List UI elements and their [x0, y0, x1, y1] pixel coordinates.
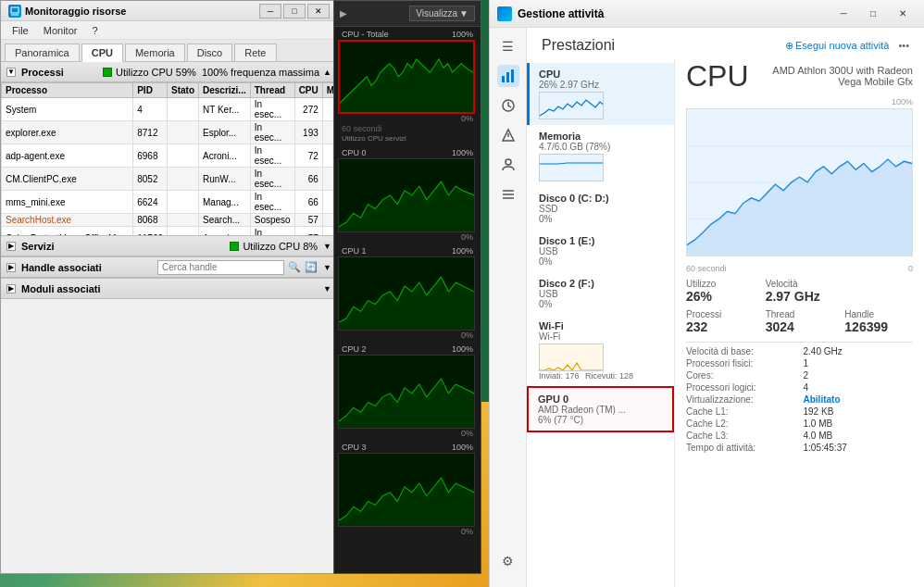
svg-rect-9 [511, 69, 514, 82]
table-cell: 57 [294, 214, 322, 227]
tab-disco[interactable]: Disco [187, 44, 233, 61]
handle-toggle[interactable]: ▶ [6, 263, 16, 272]
perf-item-disk0[interactable]: Disco 0 (C: D:) SSD 0% [527, 187, 674, 230]
cpu3-container: CPU 3 100% 0% [334, 440, 481, 538]
sidebar-icon-menu[interactable]: ☰ [497, 35, 519, 57]
menu-monitor[interactable]: Monitor [38, 23, 83, 38]
col-cpu[interactable]: CPU [294, 83, 322, 98]
perf-item-gpu0-title: GPU 0 [538, 393, 663, 405]
perf-item-gpu0[interactable]: GPU 0 AMD Radeon (TM) ... 6% (77 °C) [527, 386, 674, 432]
tab-cpu[interactable]: CPU [81, 44, 123, 62]
handle-search-input[interactable] [157, 260, 284, 275]
svg-rect-0 [11, 7, 19, 13]
tm-minimize-button[interactable]: ─ [830, 5, 857, 23]
processes-toggle[interactable]: ▼ [6, 68, 16, 77]
tab-panoramica[interactable]: Panoramica [5, 44, 80, 61]
menu-help[interactable]: ? [86, 23, 103, 38]
col-desc[interactable]: Descrizi... [199, 83, 251, 98]
tm-close-button[interactable]: ✕ [889, 5, 917, 23]
cpu-total-label: CPU - Totale [342, 30, 389, 39]
cpu0-label: CPU 0 [342, 148, 367, 157]
sidebar-icon-history[interactable] [497, 94, 519, 117]
process-table-container[interactable]: Processo PID Stato Descrizi... Thread CP… [1, 82, 337, 235]
time-label: 60 secondi [338, 123, 477, 134]
sidebar-icon-perf[interactable] [497, 65, 519, 87]
info-l1-label: Cache L1: [686, 406, 796, 417]
table-cell [168, 121, 199, 144]
handle-label: Handle associati [21, 262, 152, 273]
tm-restore-button[interactable]: □ [859, 5, 887, 23]
table-row[interactable]: adp-agent.exe6968Acroni...In esec...720.… [2, 144, 338, 168]
perf-item-disk2-title: Disco 2 (F:) [539, 278, 665, 289]
col-processo[interactable]: Processo [2, 83, 133, 98]
cpu-total-graph [338, 40, 475, 114]
minimize-button[interactable]: ─ [259, 4, 281, 19]
refresh-icon[interactable]: 🔄 [305, 261, 318, 273]
perf-item-wifi[interactable]: Wi-Fi Wi-Fi Inviati: 176 Ricevuti: 128 [527, 315, 674, 386]
stat-thread-value: 3024 [766, 319, 834, 334]
tm-title: Gestione attività [518, 7, 604, 20]
chart-x-right: 0 [908, 264, 913, 273]
col-thread[interactable]: Thread [250, 83, 294, 98]
perf-item-disk1[interactable]: Disco 1 (E:) USB 0% [527, 230, 674, 272]
stat-velocita-label: Velocità [766, 279, 834, 289]
perf-item-memory[interactable]: Memoria 4.7/6.0 GB (78%) [527, 125, 674, 187]
table-cell: 6624 [133, 191, 168, 214]
services-toggle[interactable]: ▶ [6, 242, 16, 251]
modules-chevron[interactable]: ▼ [323, 284, 331, 294]
sidebar-icon-users[interactable] [497, 154, 519, 176]
sidebar-icon-startup[interactable] [497, 124, 519, 146]
table-cell: SearchHost.exe [2, 214, 133, 227]
menu-file[interactable]: File [6, 23, 34, 38]
sidebar-icon-details[interactable] [497, 183, 519, 206]
sidebar-icon-settings[interactable]: ⚙ [497, 550, 519, 572]
info-proc-log-value: 4 [804, 382, 914, 393]
perf-item-cpu[interactable]: CPU 26% 2.97 GHz [527, 63, 674, 125]
col-stato[interactable]: Stato [168, 83, 199, 98]
new-task-label: Esegui nuova attività [795, 40, 890, 51]
cpu2-graph [338, 355, 475, 429]
chart-x-left: 60 secondi [686, 264, 727, 273]
view-label: Visualizza [416, 8, 457, 19]
table-cell: 11760 [133, 227, 168, 236]
search-icon[interactable]: 🔍 [288, 261, 301, 273]
restore-button[interactable]: □ [283, 4, 306, 19]
table-cell [168, 144, 199, 168]
tab-memoria[interactable]: Memoria [125, 44, 185, 61]
table-cell [168, 191, 199, 214]
tab-rete[interactable]: Rete [234, 44, 276, 61]
tm-left-panel[interactable]: CPU 26% 2.97 GHz Memoria 4.7/6.0 GB (78% [527, 59, 675, 587]
perf-item-disk2[interactable]: Disco 2 (F:) USB 0% [527, 272, 674, 315]
cpu3-bottom-pct: 0% [338, 527, 477, 536]
modules-toggle[interactable]: ▶ [6, 284, 16, 294]
graph-expand-icon[interactable]: ▶ [340, 8, 347, 19]
col-pid[interactable]: PID [133, 83, 168, 98]
services-label-graph: Utilizzo CPU servizi [338, 134, 477, 144]
table-row[interactable]: System4NT Ker...In esec...2721.87 [2, 98, 338, 121]
table-row[interactable]: CM.ClientPC.exe8052RunW...In esec...660.… [2, 168, 338, 191]
modules-label: Moduli associati [21, 283, 318, 294]
table-row[interactable]: mms_mini.exe6624Manag...In esec...660.04 [2, 191, 338, 214]
table-row[interactable]: CyberProtectHomeOfficeMo...11760Acroni..… [2, 227, 338, 236]
processes-chevron[interactable]: ▲ [323, 68, 331, 77]
table-cell: adp-agent.exe [2, 144, 133, 168]
more-options-icon[interactable]: ••• [898, 40, 909, 51]
cpu2-label: CPU 2 [342, 344, 367, 354]
stat-processi-value: 232 [686, 319, 755, 334]
info-proc-fis-value: 1 [804, 358, 914, 368]
process-table: Processo PID Stato Descrizi... Thread CP… [1, 82, 337, 235]
table-cell: CyberProtectHomeOfficeMo... [2, 227, 133, 236]
stats-divider [686, 342, 913, 343]
table-row[interactable]: SearchHost.exe8068Search...Sospeso570.00 [2, 214, 338, 227]
services-dot [230, 242, 239, 251]
close-button[interactable]: ✕ [307, 4, 330, 19]
table-row[interactable]: explorer.exe8712Esplor...In esec...1931.… [2, 121, 338, 144]
monitor-title-group: Monitoraggio risorse [8, 5, 126, 18]
handle-chevron[interactable]: ▼ [323, 263, 331, 272]
table-cell: 66 [294, 168, 322, 191]
cpu0-container: CPU 0 100% 0% [334, 145, 481, 244]
view-button[interactable]: Visualizza ▼ [409, 6, 475, 21]
new-task-button[interactable]: ⊕ Esegui nuova attività ••• [785, 40, 909, 52]
services-chevron[interactable]: ▼ [323, 242, 331, 251]
perf-item-cpu-graph [539, 92, 604, 119]
